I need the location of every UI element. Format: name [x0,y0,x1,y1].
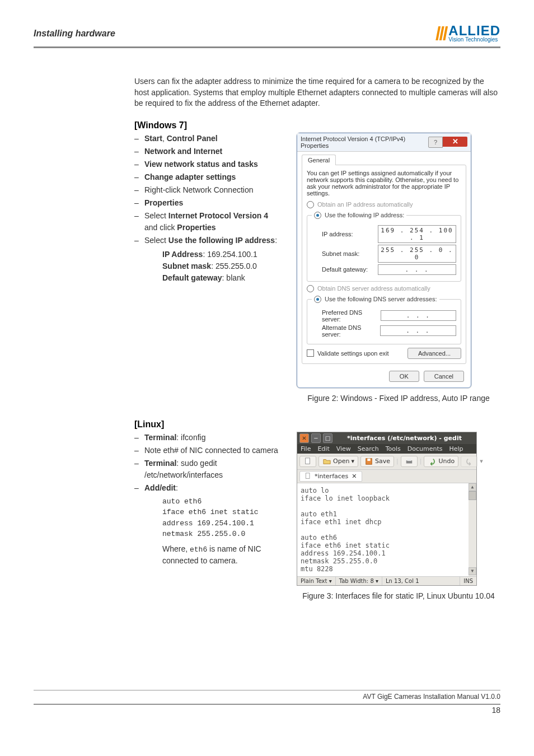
ok-button[interactable]: OK [389,371,419,382]
default-gateway-field[interactable]: . . . [378,264,456,275]
status-mode: INS [460,577,476,585]
ip-address-field[interactable]: 169 . 254 . 100 . 1 [378,225,456,243]
menu-view[interactable]: View [336,445,351,452]
brand-logo: /// ALLIED Vision Technologies [435,22,500,44]
step-status: View network status and tasks [144,160,258,169]
close-button[interactable]: ✕ [443,137,467,147]
save-button[interactable]: Save [360,456,394,467]
radio-auto-ip[interactable] [307,201,314,208]
linux-heading: [Linux] [134,419,500,430]
step-network: Network and Internet [144,147,222,156]
brand-sub: Vision Technologies [448,37,500,42]
chapter-title: Installing hardware [34,29,115,39]
menu-file[interactable]: File [301,445,311,452]
gedit-statusbar: Plain Text Tab Width: 8 Ln 13, Col 1 INS [297,576,476,585]
gedit-editor[interactable]: auto lo iface lo inet loopback auto eth1… [297,483,476,576]
svg-rect-2 [367,459,370,461]
tcpip-dialog: Internet Protocol Version 4 (TCP/IPv4) P… [297,133,471,388]
print-button[interactable] [401,456,418,467]
dialog-title: Internet Protocol Version 4 (TCP/IPv4) P… [301,136,428,149]
step-adapter: Change adapter settings [144,172,236,181]
figure3-caption: Figure 3: Interfaces file for static IP,… [297,591,500,600]
menu-tools[interactable]: Tools [386,445,401,452]
gedit-menubar[interactable]: File Edit View Search Tools Documents He… [297,444,476,454]
preferred-dns-field[interactable]: . . . [381,310,456,321]
open-button[interactable]: Open ▾ [318,456,358,467]
menu-search[interactable]: Search [358,445,379,452]
step-properties: Properties [144,198,183,207]
step-rightclick: Right-click Network Connection [144,185,254,194]
status-syntax[interactable]: Plain Text [297,577,336,585]
svg-rect-4 [407,459,411,461]
gedit-close-icon[interactable]: ✕ [299,433,309,443]
validate-checkbox[interactable] [307,349,314,357]
figure2-caption: Figure 2: Windows - Fixed IP address, Au… [297,394,500,403]
header-bar: Installing hardware /// ALLIED Vision Te… [34,22,500,48]
redo-button[interactable] [461,456,477,467]
intro-paragraph: Users can fix the adapter address to min… [134,76,500,109]
gedit-window: ✕ − □ *interfaces (/etc/network) - gedit… [297,432,477,586]
new-button[interactable] [299,456,316,467]
subnet-mask-field[interactable]: 255 . 255 . 0 . 0 [378,245,456,263]
brand-slashes-icon: /// [435,22,446,44]
status-cursor: Ln 13, Col 1 [382,577,460,585]
brand-main: ALLIED [448,25,500,37]
radio-auto-dns[interactable] [307,285,314,292]
step-start: Start [144,134,162,143]
windows-steps: Start, Control Panel Network and Interne… [134,133,280,403]
menu-help[interactable]: Help [449,445,463,452]
tab-close-icon[interactable]: ✕ [352,473,357,480]
gedit-toolbar: Open ▾ Save | | Undo ▾ [297,454,476,470]
status-tabwidth[interactable]: Tab Width: 8 [336,577,382,585]
radio-static-dns[interactable] [314,296,321,303]
page-number: 18 [491,706,500,715]
gedit-maximize-icon[interactable]: □ [323,433,332,443]
menu-documents[interactable]: Documents [407,445,443,452]
svg-rect-5 [306,473,310,479]
gedit-title: *interfaces (/etc/network) - gedit [335,435,474,442]
windows-heading: [Windows 7] [134,120,500,130]
dialog-desc: You can get IP settings assigned automat… [307,170,461,197]
cancel-button[interactable]: Cancel [424,371,464,382]
gedit-minimize-icon[interactable]: − [311,433,321,443]
scrollbar[interactable]: ▲▼ [469,483,476,576]
footer-doc-title: AVT GigE Cameras Installation Manual V1.… [363,693,500,701]
radio-static-ip[interactable] [314,212,321,219]
undo-button[interactable]: Undo [424,456,458,467]
document-icon [305,473,311,479]
tab-general[interactable]: General [302,155,336,165]
menu-edit[interactable]: Edit [317,445,329,452]
svg-rect-0 [306,458,310,464]
help-button[interactable]: ? [428,137,443,148]
linux-steps: Terminal: ifconfig Note eth# of NIC conn… [134,432,280,600]
alternate-dns-field[interactable]: . . . [380,325,456,336]
gedit-tab[interactable]: *interfaces ✕ [299,471,362,482]
advanced-button[interactable]: Advanced... [407,348,461,359]
linux-code-block: auto eth6 iface eth6 inet static address… [162,496,280,540]
